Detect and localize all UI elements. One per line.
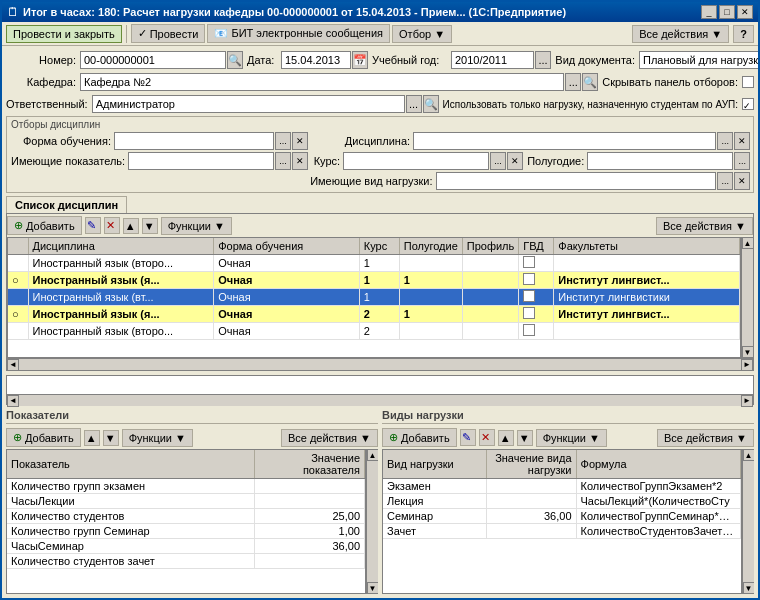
down-pok-button[interactable]: ▼ bbox=[103, 430, 119, 446]
vid-scroll-down[interactable]: ▼ bbox=[743, 582, 755, 594]
imeyush-vid-clear-btn[interactable]: ✕ bbox=[734, 172, 750, 190]
all-act-discip-button[interactable]: Все действия ▼ bbox=[656, 217, 753, 235]
table-row[interactable]: Иностранный язык (вт... Очная 1 Институт… bbox=[8, 289, 740, 306]
kafedra-input[interactable] bbox=[80, 73, 564, 91]
table-row[interactable]: Иностранный язык (второ... Очная 2 bbox=[8, 323, 740, 340]
otbor-button[interactable]: Отбор ▼ bbox=[392, 25, 452, 43]
imeyush-lookup-btn[interactable]: ... bbox=[275, 152, 291, 170]
table-row[interactable]: Количество студентов зачет bbox=[7, 554, 365, 569]
th-vid-formula[interactable]: Формула bbox=[576, 450, 740, 479]
discip-clear-btn[interactable]: ✕ bbox=[734, 132, 750, 150]
th-profil[interactable]: Профиль bbox=[462, 238, 519, 255]
gvd-checkbox5[interactable] bbox=[523, 324, 535, 336]
scroll-left-btn[interactable]: ◄ bbox=[7, 359, 19, 371]
down-vid-button[interactable]: ▼ bbox=[517, 430, 533, 446]
th-forma[interactable]: Форма обучения bbox=[214, 238, 360, 255]
forma-ob-clear-btn[interactable]: ✕ bbox=[292, 132, 308, 150]
vid-doc-input[interactable] bbox=[639, 51, 758, 69]
forma-ob-lookup-btn[interactable]: ... bbox=[275, 132, 291, 150]
func-pok-button[interactable]: Функции ▼ bbox=[122, 429, 193, 447]
detail-scroll-right[interactable]: ► bbox=[741, 395, 753, 407]
edit-vid-button[interactable]: ✎ bbox=[460, 429, 476, 446]
edit-discip-button[interactable]: ✎ bbox=[85, 217, 101, 234]
ispolz-checkbox[interactable] bbox=[742, 98, 754, 110]
th-gvd[interactable]: ГВД bbox=[519, 238, 554, 255]
polug-lookup-btn[interactable]: ... bbox=[734, 152, 750, 170]
vid-scrollbar[interactable]: ▲ ▼ bbox=[742, 449, 754, 594]
th-pok-name[interactable]: Показатель bbox=[7, 450, 255, 479]
table-row[interactable]: ЭкзаменКоличествоГруппЭкзамен*2 bbox=[383, 479, 741, 494]
vse-deystviya-button[interactable]: Все действия ▼ bbox=[632, 25, 729, 43]
func-vid-button[interactable]: Функции ▼ bbox=[536, 429, 607, 447]
calendar-btn[interactable]: 📅 bbox=[352, 51, 368, 69]
func-discip-button[interactable]: Функции ▼ bbox=[161, 217, 232, 235]
otvets-lookup-btn[interactable]: ... bbox=[406, 95, 422, 113]
scroll-down-btn[interactable]: ▼ bbox=[742, 346, 754, 358]
gvd-checkbox3[interactable] bbox=[523, 290, 535, 302]
polug-input[interactable] bbox=[587, 152, 733, 170]
table-row[interactable]: Количество групп экзамен bbox=[7, 479, 365, 494]
h-scrollbar[interactable]: ◄ ► bbox=[7, 358, 753, 370]
uch-god-input[interactable] bbox=[451, 51, 534, 69]
table-row[interactable]: ○ Иностранный язык (я... Очная 1 1 Инсти… bbox=[8, 272, 740, 289]
th-fak[interactable]: Факультеты bbox=[554, 238, 740, 255]
skryt-checkbox[interactable] bbox=[742, 76, 754, 88]
table-row[interactable]: Количество групп Семинар1,00 bbox=[7, 524, 365, 539]
del-discip-button[interactable]: ✕ bbox=[104, 217, 120, 234]
nomer-input[interactable] bbox=[80, 51, 226, 69]
th-kurs[interactable]: Курс bbox=[359, 238, 399, 255]
all-act-pok-button[interactable]: Все действия ▼ bbox=[281, 429, 378, 447]
th-disc[interactable]: Дисциплина bbox=[28, 238, 214, 255]
otvets-input[interactable] bbox=[92, 95, 405, 113]
th-vid-name[interactable]: Вид нагрузки bbox=[383, 450, 486, 479]
scroll-right-btn[interactable]: ► bbox=[741, 359, 753, 371]
pok-scrollbar[interactable]: ▲ ▼ bbox=[366, 449, 378, 594]
provesti-zakryt-button[interactable]: Провести и закрыть bbox=[6, 25, 122, 43]
add-pok-button[interactable]: ⊕ Добавить bbox=[6, 428, 81, 447]
th-pok-val[interactable]: Значение показателя bbox=[255, 450, 365, 479]
table-row[interactable]: ЧасыЛекции bbox=[7, 494, 365, 509]
help-button[interactable]: ? bbox=[733, 25, 754, 43]
up-vid-button[interactable]: ▲ bbox=[498, 430, 514, 446]
all-act-vid-button[interactable]: Все действия ▼ bbox=[657, 429, 754, 447]
scroll-up-btn[interactable]: ▲ bbox=[742, 237, 754, 249]
provesti-button[interactable]: ✓ Провести bbox=[131, 24, 206, 43]
detail-scrollbar[interactable]: ◄ ► bbox=[7, 394, 753, 406]
imeyush-input[interactable] bbox=[128, 152, 274, 170]
kafedra-lookup-btn[interactable]: ... bbox=[565, 73, 581, 91]
table-row[interactable]: Семинар36,00КоличествоГруппСеминар*Час bbox=[383, 509, 741, 524]
up-pok-button[interactable]: ▲ bbox=[84, 430, 100, 446]
pok-scroll-up[interactable]: ▲ bbox=[367, 449, 379, 461]
kurs-input[interactable] bbox=[343, 152, 489, 170]
gvd-checkbox4[interactable] bbox=[523, 307, 535, 319]
th-polu[interactable]: Полугодие bbox=[399, 238, 462, 255]
table-row[interactable]: ЛекцияЧасыЛекций*(КоличествоСту bbox=[383, 494, 741, 509]
nomer-lookup-btn[interactable]: 🔍 bbox=[227, 51, 243, 69]
down-discip-button[interactable]: ▼ bbox=[142, 218, 158, 234]
discip-scrollbar[interactable]: ▲ ▼ bbox=[741, 237, 753, 358]
uch-god-lookup-btn[interactable]: ... bbox=[535, 51, 551, 69]
close-button[interactable]: ✕ bbox=[737, 5, 753, 19]
kafedra-search-btn[interactable]: 🔍 bbox=[582, 73, 598, 91]
discip-lookup-btn[interactable]: ... bbox=[717, 132, 733, 150]
bit-messages-button[interactable]: 📧 БИТ электронные сообщения bbox=[207, 24, 390, 43]
otvets-search-btn[interactable]: 🔍 bbox=[423, 95, 439, 113]
up-discip-button[interactable]: ▲ bbox=[123, 218, 139, 234]
tab-disciplines[interactable]: Список дисциплин bbox=[6, 196, 127, 213]
gvd-checkbox[interactable] bbox=[523, 256, 535, 268]
add-vid-button[interactable]: ⊕ Добавить bbox=[382, 428, 457, 447]
detail-scroll-left[interactable]: ◄ bbox=[7, 395, 19, 407]
table-row[interactable]: Иностранный язык (второ... Очная 1 bbox=[8, 255, 740, 272]
imeyush-vid-input[interactable] bbox=[436, 172, 717, 190]
kurs-clear-btn[interactable]: ✕ bbox=[507, 152, 523, 170]
discip-input[interactable] bbox=[413, 132, 716, 150]
del-vid-button[interactable]: ✕ bbox=[479, 429, 495, 446]
imeyush-vid-lookup-btn[interactable]: ... bbox=[717, 172, 733, 190]
add-discip-button[interactable]: ⊕ Добавить bbox=[7, 216, 82, 235]
imeyush-clear-btn[interactable]: ✕ bbox=[292, 152, 308, 170]
minimize-button[interactable]: _ bbox=[701, 5, 717, 19]
kurs-lookup-btn[interactable]: ... bbox=[490, 152, 506, 170]
forma-ob-input[interactable] bbox=[114, 132, 274, 150]
vid-scroll-up[interactable]: ▲ bbox=[743, 449, 755, 461]
maximize-button[interactable]: □ bbox=[719, 5, 735, 19]
